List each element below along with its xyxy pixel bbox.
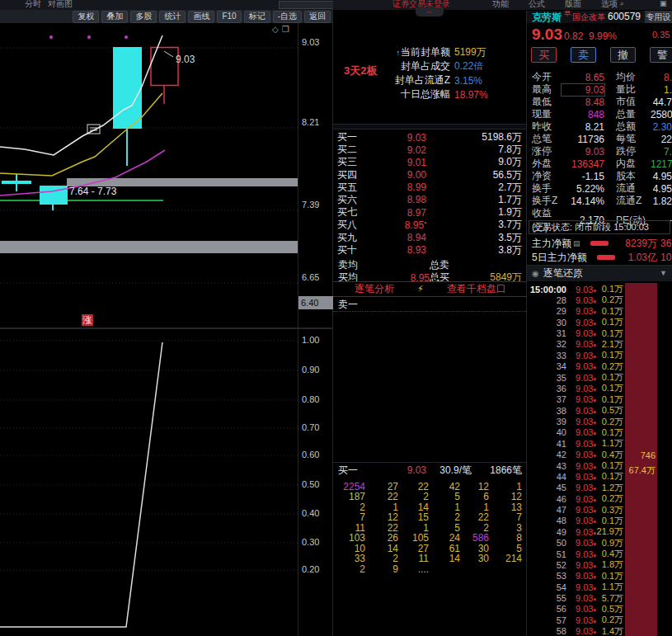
chart-corner-icons[interactable]: ◇❐ [272,25,293,34]
tick-price: 9.03▾ [566,461,596,471]
bid-amount: 3.8万 [426,243,522,257]
stock-tag[interactable]: 国企改革 [572,12,605,23]
stats-cell: 42 [429,481,460,491]
stats-cell: 61 [429,543,460,553]
action-button-警[interactable]: 警 [650,47,672,63]
tick-row: 319.03▾0.1万 [527,327,625,338]
tick-price: 9.03▾ [566,472,596,482]
bid-row[interactable]: 买三9.019.0万 [333,155,527,167]
tick-time: 51 [527,549,566,559]
tick-panel-header[interactable]: ◉ 逐笔还原 [527,265,672,281]
stats-cell: 586 [460,532,489,542]
quote-value: 8.21 [562,121,604,133]
detail-icon[interactable]: ▤ [573,239,580,247]
bid-list: 买一9.035198.6万买二9.027.8万买三9.019.0万买四9.005… [333,130,527,256]
stock-name[interactable]: 克劳斯 [532,11,562,25]
bid-row[interactable]: 买六8.981.7万 [333,193,527,205]
bid-row[interactable]: 买七8.971.9万 [333,205,527,218]
tick-price: 9.03▾ [566,527,596,537]
axis-label: 7.39 [302,200,319,210]
bid-row[interactable]: 买十8.933.8万 [333,243,527,256]
stats-cell: 2254 [333,481,365,491]
seal-info-row: 封单占成交0.22倍 [333,59,498,73]
tick-panel-title: 逐笔还原 [543,266,583,280]
seal-info-value: 3.15% [450,75,482,87]
cyan-doji-candle [2,174,31,191]
quote-value: 2580 [651,109,672,120]
tick-row: 429.03▾0.4万 [527,449,625,459]
cyan-candle-big [113,47,142,166]
toolbar-button-统计[interactable]: 统计 [159,11,186,23]
action-button-撤[interactable]: 撤 [610,47,636,63]
tick-row: 15:00:009.03▾0.1万 [527,283,625,294]
quote-value: 1.82 [651,196,672,207]
tick-time: 48 [527,516,566,525]
collapse-handle[interactable]: ︿ [416,7,444,16]
quote-value: 8. [651,72,672,83]
window-icon[interactable]: ▣ [660,0,667,7]
tick-time: 41 [527,439,566,449]
stats-cell: 6 [460,491,489,501]
toolbar-button-返回[interactable]: 返回 [304,11,331,23]
bid-price: 8.97 [372,207,426,219]
stats-cell: 7 [489,511,522,521]
action-button-买[interactable]: 买 [531,47,557,63]
seal-info-row: ↑当前封单额5199万 [333,45,498,59]
stats-cell: 7 [333,511,365,521]
bid-row[interactable]: 买八8.95•3.7万 [333,218,527,230]
stats-cell: 2 [429,511,460,521]
split-view-icon[interactable]: ❐ [282,25,293,34]
diamond-icon[interactable]: ◇ [272,25,282,34]
tick-analysis-link[interactable]: 逐笔分析 [355,282,394,296]
tick-time: 29 [527,306,566,316]
chevron-down-icon[interactable]: ▼ [660,269,667,277]
price-annotation: 9.03 [176,54,195,65]
bid-row[interactable]: 买四9.0056.5万 [333,168,527,181]
search-icon[interactable]: ⌕ [620,0,624,8]
quote-row: 涨停9.03跌停7. [527,144,672,157]
bid-price: 8.98 [372,194,426,205]
bid-row[interactable]: 买一9.035198.6万 [333,130,527,143]
tick-row: 459.03▾1.2万 [527,482,625,492]
tick-time: 58 [527,626,566,636]
thousand-depth-link[interactable]: 查看千档盘口 [447,282,506,296]
bid-row[interactable]: 买五8.992.7万 [333,181,527,193]
tick-price: 9.03▾ [566,384,596,393]
stats-cell: 1 [398,522,429,532]
tick-price: 9.03▾ [566,494,596,504]
stats-cell: 12 [489,491,522,501]
menubar-tab-compare[interactable]: 对画图 [48,0,73,10]
menubar-menu-1[interactable]: 公式 [529,0,545,10]
bid-row[interactable]: 买二9.027.8万 [333,143,527,155]
toolbar-button-叠加[interactable]: 叠加 [101,11,128,23]
header-corner-tab[interactable]: 专用设 [645,11,672,23]
toolbar-button-F10[interactable]: F10 [217,11,241,23]
menubar-menu-3[interactable]: 选项 [601,0,618,10]
tick-price: 9.03▾ [566,394,596,404]
axis-label: 9.03 [302,37,319,47]
toolbar-button-复权[interactable]: 复权 [73,11,99,23]
tick-row: 559.03▾5.7万 [527,592,625,603]
menubar-tab-minute[interactable]: 分时 [25,0,41,10]
stats-cell: 103 [333,532,365,542]
tick-price: 9.03▾ [566,328,596,338]
toolbar-button-标记[interactable]: 标记 [244,11,270,23]
stats-cell: 5 [429,491,460,501]
bid-price: 9.01 [372,157,426,168]
stats-cell [429,563,460,573]
tick-time: 32 [527,339,566,349]
tick-time: 28 [527,295,566,305]
menubar-menu-0[interactable]: 功能 [492,0,509,10]
sell-one-label: 卖一 [338,298,358,312]
toolbar-button--自选[interactable]: -自选 [273,11,302,23]
bid-row[interactable]: 买九8.943.5万 [333,231,527,243]
stats-cell: 14 [365,543,398,553]
tick-row: 469.03▾0.2万 [527,492,625,503]
quote-row: 今开8.65均价8. [527,70,672,82]
stats-cell: 105 [398,532,429,542]
tick-time: 45 [527,483,566,492]
seal-info-value: 0.22倍 [450,59,483,73]
toolbar-button-画线[interactable]: 画线 [188,11,214,23]
toolbar-button-多股[interactable]: 多股 [130,11,157,23]
action-button-卖[interactable]: 卖 [571,47,596,63]
